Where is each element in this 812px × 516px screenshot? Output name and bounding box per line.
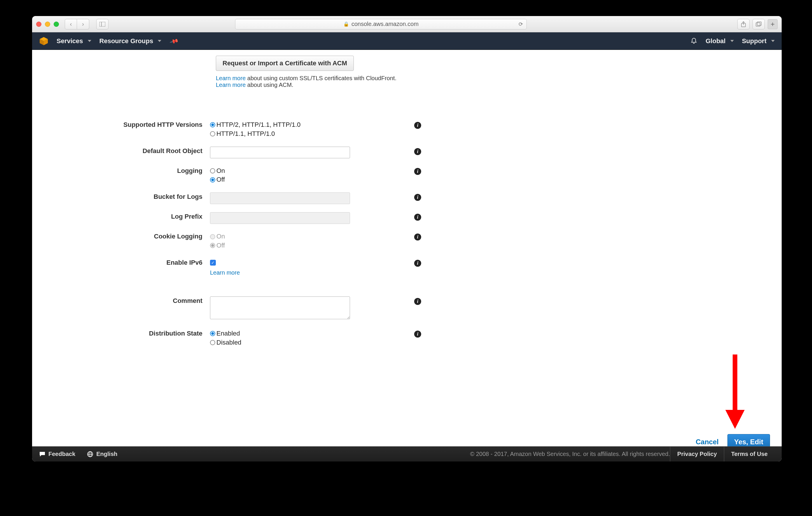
- info-icon[interactable]: i: [414, 330, 421, 338]
- default-root-input[interactable]: [210, 147, 350, 158]
- logging-radio-off[interactable]: [210, 177, 215, 182]
- comment-label: Comment: [58, 297, 210, 305]
- back-button[interactable]: ‹: [65, 19, 77, 29]
- window-controls: [36, 22, 59, 27]
- support-label: Support: [742, 37, 766, 45]
- state-radio-enabled[interactable]: [210, 331, 215, 336]
- caret-down-icon: [158, 40, 161, 42]
- copyright-text: © 2008 - 2017, Amazon Web Services, Inc.…: [470, 451, 670, 457]
- http-versions-radio-http2[interactable]: [210, 122, 215, 127]
- logging-radio-on[interactable]: [210, 168, 215, 174]
- services-menu[interactable]: Services: [57, 37, 91, 45]
- privacy-policy-link[interactable]: Privacy Policy: [670, 447, 724, 462]
- http-versions-label: Supported HTTP Versions: [58, 120, 210, 128]
- learn-more-ssl-link[interactable]: Learn more: [216, 75, 245, 81]
- share-button[interactable]: [737, 19, 750, 29]
- minimize-window-icon[interactable]: [45, 22, 50, 27]
- forward-button[interactable]: ›: [77, 19, 89, 29]
- request-certificate-button[interactable]: Request or Import a Certificate with ACM: [216, 56, 354, 71]
- logging-label: Logging: [58, 166, 210, 175]
- resource-groups-menu[interactable]: Resource Groups: [99, 37, 162, 45]
- notifications-icon[interactable]: [690, 37, 697, 45]
- caret-down-icon: [730, 40, 734, 42]
- cookie-logging-radio-on: [210, 234, 215, 239]
- default-root-label: Default Root Object: [58, 147, 210, 155]
- services-label: Services: [57, 37, 83, 45]
- ipv6-learn-more-link[interactable]: Learn more: [210, 269, 359, 276]
- yes-edit-button[interactable]: Yes, Edit: [727, 434, 770, 446]
- address-bar[interactable]: 🔒 console.aws.amazon.com ⟳: [235, 19, 527, 29]
- info-icon[interactable]: i: [414, 121, 421, 129]
- svg-rect-0: [99, 22, 105, 27]
- svg-rect-4: [756, 23, 760, 26]
- comment-textarea[interactable]: [210, 297, 350, 319]
- aws-logo-icon[interactable]: [39, 36, 49, 46]
- cancel-button[interactable]: Cancel: [692, 435, 723, 446]
- info-icon[interactable]: i: [414, 193, 421, 201]
- http-versions-radio-http11[interactable]: [210, 131, 215, 136]
- aws-footer: Feedback English © 2008 - 2017, Amazon W…: [32, 446, 782, 461]
- language-selector[interactable]: English: [87, 451, 117, 457]
- ipv6-checkbox[interactable]: ✓: [210, 260, 216, 266]
- info-icon[interactable]: i: [414, 167, 421, 175]
- aws-console-header: Services Resource Groups 📌 Global Suppor…: [32, 32, 782, 50]
- region-menu[interactable]: Global: [705, 37, 733, 45]
- resource-groups-label: Resource Groups: [99, 37, 153, 45]
- close-window-icon[interactable]: [36, 22, 41, 27]
- terms-of-use-link[interactable]: Terms of Use: [724, 447, 775, 462]
- annotation-arrow-icon: [722, 352, 748, 431]
- log-prefix-input: [210, 212, 350, 224]
- main-content: Request or Import a Certificate with ACM…: [32, 50, 782, 446]
- sidebar-button[interactable]: [96, 19, 109, 29]
- cookie-logging-radio-off: [210, 243, 215, 248]
- feedback-button[interactable]: Feedback: [39, 451, 75, 457]
- region-label: Global: [705, 37, 725, 45]
- zoom-window-icon[interactable]: [54, 22, 59, 27]
- url-text: console.aws.amazon.com: [351, 21, 418, 27]
- info-icon[interactable]: i: [414, 147, 421, 155]
- info-icon[interactable]: i: [414, 259, 421, 267]
- distribution-state-label: Distribution State: [58, 329, 210, 337]
- ipv6-label: Enable IPv6: [58, 258, 210, 267]
- svg-marker-10: [725, 410, 745, 429]
- state-radio-disabled[interactable]: [210, 340, 215, 345]
- caret-down-icon: [771, 40, 775, 42]
- reload-icon[interactable]: ⟳: [519, 21, 523, 27]
- tabs-button[interactable]: [753, 19, 765, 29]
- bucket-label: Bucket for Logs: [58, 192, 210, 201]
- cookie-logging-label: Cookie Logging: [58, 232, 210, 240]
- new-tab-button[interactable]: +: [768, 19, 778, 29]
- log-prefix-label: Log Prefix: [58, 212, 210, 220]
- lock-icon: 🔒: [343, 21, 349, 27]
- learn-more-acm-link[interactable]: Learn more: [216, 82, 245, 88]
- bucket-input: [210, 192, 350, 204]
- browser-toolbar: ‹ › 🔒 console.aws.amazon.com ⟳ +: [32, 16, 782, 32]
- info-icon[interactable]: i: [414, 233, 421, 241]
- support-menu[interactable]: Support: [742, 37, 775, 45]
- info-icon[interactable]: i: [414, 297, 421, 305]
- svg-rect-5: [757, 22, 761, 25]
- info-icon[interactable]: i: [414, 213, 421, 221]
- caret-down-icon: [88, 40, 91, 42]
- ssl-help-text: Learn more about using custom SSL/TLS ce…: [216, 75, 467, 88]
- pin-icon[interactable]: 📌: [170, 36, 179, 46]
